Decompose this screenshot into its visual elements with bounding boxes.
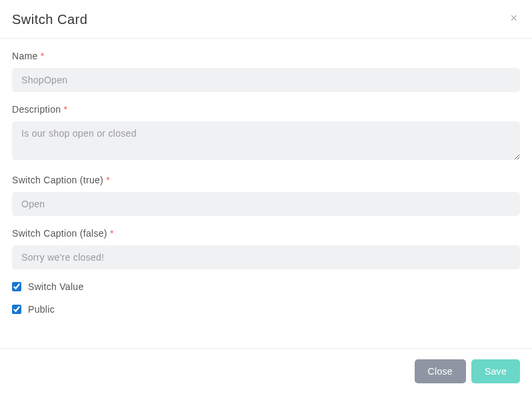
- caption-true-label-text: Switch Caption (true): [12, 175, 103, 185]
- name-label-text: Name: [12, 51, 38, 61]
- caption-false-label-text: Switch Caption (false): [12, 228, 107, 239]
- caption-true-input[interactable]: [12, 192, 520, 216]
- description-group: Description * Is our shop open or closed: [12, 104, 520, 163]
- required-mark: *: [110, 228, 114, 239]
- caption-true-group: Switch Caption (true) *: [12, 175, 520, 216]
- name-input[interactable]: [12, 68, 520, 92]
- caption-false-group: Switch Caption (false) *: [12, 228, 520, 269]
- close-button[interactable]: Close: [415, 359, 466, 383]
- required-mark: *: [64, 104, 68, 115]
- caption-true-label: Switch Caption (true) *: [12, 175, 520, 185]
- required-mark: *: [106, 175, 110, 185]
- modal-footer: Close Save: [0, 348, 532, 394]
- public-group: Public: [12, 304, 520, 315]
- description-label: Description *: [12, 104, 520, 115]
- description-input[interactable]: Is our shop open or closed: [12, 121, 520, 160]
- switch-value-group: Switch Value: [12, 281, 520, 292]
- caption-false-label: Switch Caption (false) *: [12, 228, 520, 239]
- modal-title: Switch Card: [12, 12, 87, 27]
- switch-value-checkbox[interactable]: [12, 282, 21, 291]
- caption-false-input[interactable]: [12, 245, 520, 269]
- name-group: Name *: [12, 51, 520, 92]
- modal-header: Switch Card ×: [0, 0, 532, 39]
- public-checkbox[interactable]: [12, 305, 21, 314]
- modal-body: Name * Description * Is our shop open or…: [0, 39, 532, 348]
- switch-value-label: Switch Value: [28, 281, 84, 292]
- close-icon[interactable]: ×: [507, 12, 520, 24]
- description-label-text: Description: [12, 104, 61, 115]
- switch-card-modal: Switch Card × Name * Description * Is ou…: [0, 0, 532, 394]
- required-mark: *: [41, 51, 45, 61]
- public-label: Public: [28, 304, 55, 315]
- save-button[interactable]: Save: [471, 359, 520, 383]
- name-label: Name *: [12, 51, 520, 61]
